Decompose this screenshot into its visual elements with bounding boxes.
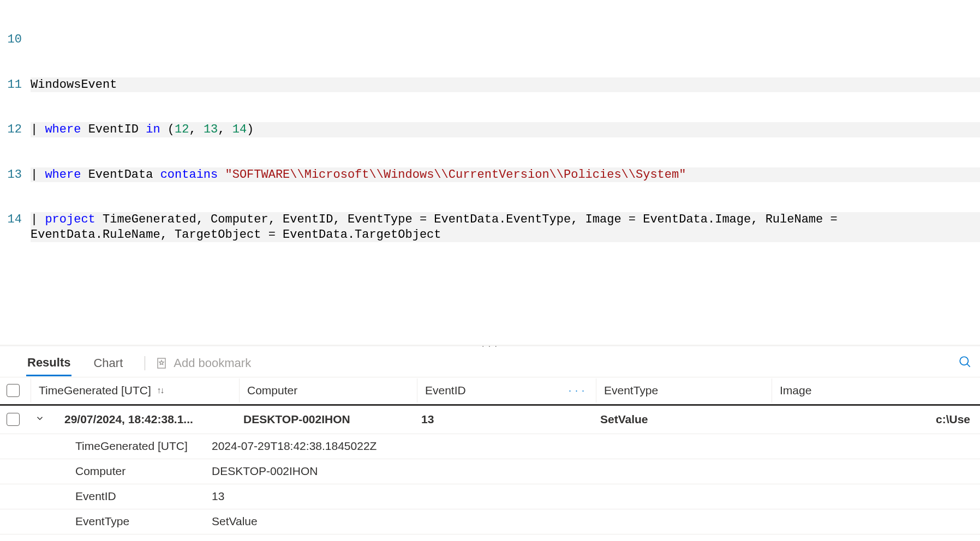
search-button[interactable] [956,353,975,374]
code-line[interactable]: | where EventData contains "SOFTWARE\\Mi… [31,167,980,183]
table-row[interactable]: 29/07/2024, 18:42:38.1... DESKTOP-002IHO… [0,406,980,434]
tab-chart[interactable]: Chart [92,351,124,376]
cell-eventid: 13 [414,407,593,431]
expand-row-toggle[interactable] [35,413,45,426]
bookmark-star-icon [155,357,168,370]
detail-row: ComputerDESKTOP-002IHON [0,459,980,484]
svg-line-2 [967,364,970,366]
detail-row: EventTypeSetValue [0,509,980,534]
query-editor[interactable]: 10 11WindowsEvent 12| where EventID in (… [0,0,980,257]
row-details: TimeGenerated [UTC]2024-07-29T18:42:38.1… [0,434,980,542]
detail-value[interactable]: DESKTOP-002IHON [212,465,972,478]
detail-row: TimeGenerated [UTC]2024-07-29T18:42:38.1… [0,434,980,459]
detail-key: TimeGenerated [UTC] [75,440,212,453]
column-header-image[interactable]: Image [772,378,980,402]
cell-computer: DESKTOP-002IHON [236,407,414,431]
detail-value[interactable]: 2024-07-29T18:42:38.1845022Z [212,440,972,453]
line-number: 10 [0,32,31,47]
cell-timegenerated: 29/07/2024, 18:42:38.1... [57,407,236,431]
add-bookmark-label: Add bookmark [174,356,251,370]
code-line[interactable]: | where EventID in (12, 13, 14) [31,122,980,137]
select-all-checkbox[interactable] [7,384,20,397]
cell-image: c:\Use [768,407,980,431]
line-number: 13 [0,167,31,183]
column-header-eventid[interactable]: EventID · · · [417,378,596,402]
row-checkbox[interactable] [7,413,20,426]
drag-handle-icon: . . . [482,340,498,348]
results-grid-header: TimeGenerated [UTC] ↑↓ Computer EventID … [0,377,980,406]
separator [145,356,145,370]
detail-row: EventID13 [0,484,980,509]
line-number: 11 [0,77,31,93]
search-icon [958,355,972,369]
detail-value[interactable]: SetValue [212,515,972,528]
column-menu-icon[interactable]: · · · [569,385,588,396]
add-bookmark-button[interactable]: Add bookmark [155,356,251,370]
column-header-eventtype[interactable]: EventType [596,378,772,402]
detail-key: EventType [75,515,212,528]
code-line[interactable]: | project TimeGenerated, Computer, Event… [31,212,980,242]
results-toolbar: Results Chart Add bookmark [0,349,980,377]
line-number: 14 [0,212,31,242]
cell-eventtype: SetValue [593,407,768,431]
detail-row: Imagec:\Users\shaddy\Desktop\Medussa_loc… [0,534,980,542]
svg-point-1 [960,357,968,365]
detail-key: EventID [75,490,212,503]
code-line[interactable]: WindowsEvent [31,77,980,93]
sort-icon: ↑↓ [156,386,163,395]
detail-value[interactable]: 13 [212,490,972,503]
column-header-computer[interactable]: Computer [239,378,417,402]
detail-key: Computer [75,465,212,478]
line-number: 12 [0,122,31,137]
column-header-timegenerated[interactable]: TimeGenerated [UTC] ↑↓ [31,378,239,402]
tab-results[interactable]: Results [26,350,71,376]
pane-splitter[interactable]: . . . [0,345,980,349]
chevron-down-icon [35,413,45,423]
